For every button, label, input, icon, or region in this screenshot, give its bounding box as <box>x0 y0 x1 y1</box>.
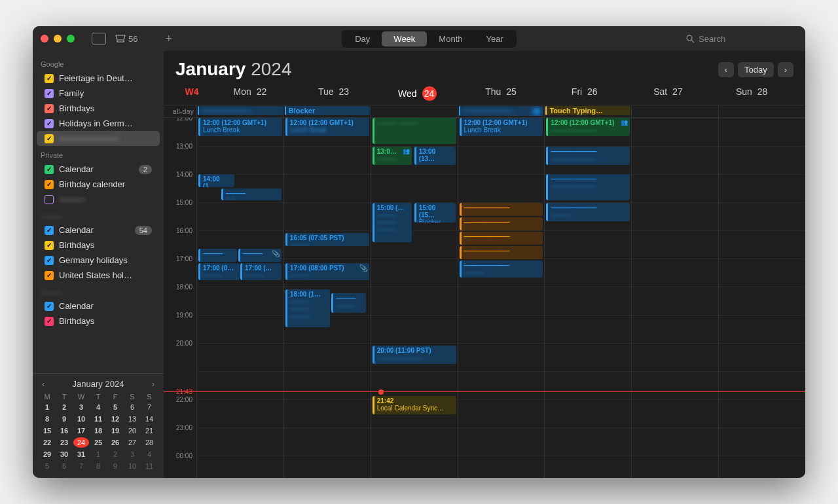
minical-day[interactable]: 9 <box>56 414 72 424</box>
minical-day[interactable]: 6 <box>56 461 72 471</box>
minical-prev-button[interactable]: ‹ <box>39 379 47 389</box>
calendar-event[interactable]: ——————— <box>460 246 543 259</box>
allday-event[interactable]: ———————👥 <box>459 106 544 116</box>
minical-day[interactable]: 15 <box>39 425 55 436</box>
calendar-checkbox[interactable]: ✓ <box>45 271 54 280</box>
day-column[interactable]: ——— ———13:0…———👥13:00 (13…———15:00 (…———… <box>371 118 458 478</box>
calendar-item[interactable]: ✓Calendar2 <box>37 162 160 177</box>
calendar-event[interactable]: 12:00 (12:00 GMT+1)Lunch Break <box>285 118 369 136</box>
minical-day[interactable]: 18 <box>90 425 106 436</box>
allday-cell[interactable]: ———————👥 <box>458 105 545 117</box>
minical-day[interactable]: 8 <box>39 414 55 424</box>
view-year[interactable]: Year <box>474 31 515 46</box>
calendar-item[interactable]: ✓Holidays in Germ… <box>37 116 160 131</box>
calendar-event[interactable]: ——— <box>198 249 237 262</box>
calendar-checkbox[interactable]: ✓ <box>45 89 54 98</box>
view-week[interactable]: Week <box>382 31 427 46</box>
minical-day[interactable]: 3 <box>124 449 140 459</box>
minical-day[interactable]: 24 <box>73 437 89 448</box>
day-column[interactable]: 12:00 (12:00 GMT+1)Lunch Break16:05 (07:… <box>283 118 371 478</box>
calendar-event[interactable]: —————————— <box>460 261 543 278</box>
minical-day[interactable]: 14 <box>141 414 157 424</box>
minical-next-button[interactable]: › <box>149 379 157 389</box>
minical-day[interactable]: 23 <box>56 437 72 448</box>
prev-week-button[interactable]: ‹ <box>718 62 734 77</box>
minical-day[interactable]: 11 <box>90 414 106 424</box>
minical-day[interactable]: 21 <box>141 425 157 436</box>
calendar-event[interactable]: —————————————— <box>546 174 630 200</box>
minical-day[interactable]: 19 <box>107 425 123 436</box>
calendar-event[interactable]: ——————— <box>460 217 543 230</box>
minical-day[interactable]: 1 <box>90 449 106 459</box>
calendar-checkbox[interactable]: ✓ <box>45 165 54 174</box>
calendar-event[interactable]: 15:00 (15…Blocker <box>414 203 456 223</box>
calendar-event[interactable]: —————————— <box>546 203 630 221</box>
minical-day[interactable]: 13 <box>124 414 140 424</box>
allday-event[interactable]: ——————— <box>198 106 283 115</box>
calendar-event[interactable]: 17:00 (08:00 PST)———📎 <box>285 263 369 280</box>
sidebar-toggle-icon[interactable] <box>92 33 106 45</box>
minical-day[interactable]: 25 <box>90 437 106 448</box>
calendar-event[interactable]: 13:00 (13…——— <box>414 147 456 165</box>
calendar-event[interactable]: ——— ——— <box>373 118 456 144</box>
minical-day[interactable]: 29 <box>39 449 55 459</box>
allday-cell[interactable]: Touch Typing… <box>544 105 631 117</box>
minical-day[interactable]: 7 <box>141 402 157 412</box>
inbox-button[interactable]: 56 <box>115 34 137 44</box>
calendar-event[interactable]: ———1:1 <box>221 189 282 200</box>
calendar-event[interactable]: ———📎 <box>238 249 282 262</box>
minical-day[interactable]: 4 <box>141 449 157 459</box>
calendar-item[interactable]: ✓Calendar <box>37 298 160 314</box>
calendar-checkbox[interactable]: ✓ <box>45 256 54 265</box>
day-header[interactable]: Tue 23 <box>292 86 376 101</box>
week-grid[interactable]: 12:0013:0014:0015:0016:0017:0018:0019:00… <box>164 118 805 478</box>
minical-day[interactable]: 31 <box>73 449 89 459</box>
calendar-item[interactable]: ✓Birthday calender <box>37 177 160 192</box>
allday-cell[interactable] <box>371 105 458 117</box>
calendar-checkbox[interactable]: ✓ <box>45 74 54 83</box>
day-header[interactable]: Sun 28 <box>710 86 793 101</box>
calendar-item[interactable]: ✓Germany holidays <box>37 253 160 268</box>
allday-cell[interactable] <box>718 105 805 117</box>
calendar-event[interactable]: ——————— <box>460 203 543 216</box>
calendar-item[interactable]: ✓Birthdays <box>37 314 160 329</box>
minical-day[interactable]: 26 <box>107 437 123 448</box>
calendar-event[interactable]: —————— <box>331 293 366 313</box>
calendar-event[interactable]: 18:00 (1…——— ——— ——— <box>285 289 331 327</box>
calendar-event[interactable]: 15:00 (…——— ——— ——— <box>373 203 412 242</box>
calendar-event[interactable]: —————————————— <box>546 147 630 165</box>
day-header[interactable]: Wed 24 <box>375 86 459 101</box>
day-header[interactable]: Thu 25 <box>459 86 543 101</box>
minical-day[interactable]: 10 <box>73 414 89 424</box>
minical-day[interactable]: 11 <box>141 461 157 471</box>
calendar-item[interactable]: ✓Calendar54 <box>37 223 160 238</box>
minical-day[interactable]: 17 <box>73 425 89 436</box>
minical-day[interactable]: 28 <box>141 437 157 448</box>
minical-day[interactable]: 30 <box>56 449 72 459</box>
calendar-event[interactable]: 13:0…———👥 <box>373 147 412 165</box>
minical-day[interactable]: 16 <box>56 425 72 436</box>
calendar-item[interactable]: ✓Birthdays <box>37 238 160 253</box>
minical-day[interactable]: 8 <box>90 461 106 471</box>
calendar-checkbox[interactable]: ✓ <box>45 226 54 235</box>
next-week-button[interactable]: › <box>778 62 793 77</box>
close-icon[interactable] <box>41 35 48 43</box>
calendar-event[interactable]: 12:00 (12:00 GMT+1)———————👥 <box>546 118 630 136</box>
calendar-item[interactable]: ——— <box>37 192 160 207</box>
day-column[interactable]: 12:00 (12:00 GMT+1)Lunch Break——————————… <box>458 118 545 478</box>
calendar-event[interactable]: 14:00 (1… <box>198 174 234 187</box>
allday-event[interactable]: Touch Typing… <box>545 106 630 115</box>
calendar-event[interactable]: 16:05 (07:05 PST)——— <box>285 233 369 246</box>
day-column[interactable]: 12:00 (12:00 GMT+1)———————👥—————————————… <box>544 118 631 478</box>
calendar-event[interactable]: 20:00 (11:00 PST)——————— <box>373 346 456 364</box>
minical-day[interactable]: 5 <box>107 402 123 412</box>
minimize-icon[interactable] <box>54 35 62 43</box>
minical-day[interactable]: 6 <box>124 402 140 412</box>
calendar-checkbox[interactable]: ✓ <box>45 317 54 326</box>
minical-day[interactable]: 2 <box>56 402 72 412</box>
calendar-checkbox[interactable]: ✓ <box>45 134 54 143</box>
calendar-checkbox[interactable]: ✓ <box>45 241 54 250</box>
calendar-checkbox[interactable]: ✓ <box>45 119 54 128</box>
calendar-checkbox[interactable]: ✓ <box>45 104 54 113</box>
minical-day[interactable]: 12 <box>107 414 123 424</box>
